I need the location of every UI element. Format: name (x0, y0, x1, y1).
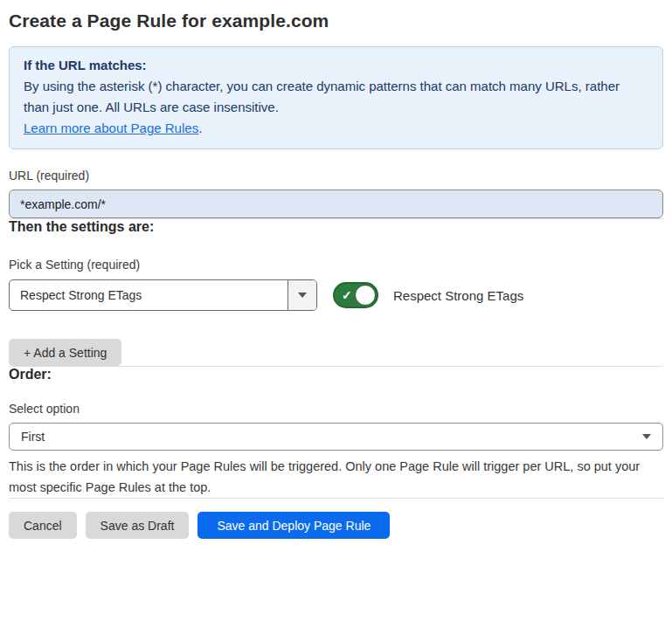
pick-setting-label: Pick a Setting (required) (9, 257, 663, 272)
order-select-value: First (21, 430, 45, 444)
setting-row: Respect Strong ETags ✓ Respect Strong ET… (9, 279, 663, 311)
toggle-knob (355, 285, 376, 306)
order-section-heading: Order: (9, 367, 663, 382)
url-input[interactable] (9, 189, 663, 218)
settings-section-heading: Then the settings are: (9, 219, 663, 235)
setting-select-arrow-button[interactable] (288, 280, 316, 310)
url-field-label: URL (required) (9, 168, 663, 183)
url-matches-info-box: If the URL matches: By using the asteris… (9, 46, 663, 149)
footer-divider (9, 498, 663, 499)
setting-toggle-label: Respect Strong ETags (393, 288, 523, 303)
order-select-label: Select option (9, 401, 663, 417)
add-setting-button[interactable]: + Add a Setting (9, 339, 121, 366)
learn-more-link[interactable]: Learn more about Page Rules (24, 121, 198, 135)
setting-select-value: Respect Strong ETags (10, 280, 288, 310)
order-select[interactable]: First (9, 423, 663, 451)
info-box-heading: If the URL matches: (24, 55, 648, 76)
footer-actions: Cancel Save as Draft Save and Deploy Pag… (9, 512, 663, 539)
link-period: . (198, 121, 202, 135)
chevron-down-icon (642, 434, 651, 439)
info-box-link-line: Learn more about Page Rules. (24, 118, 648, 139)
order-help-text: This is the order in which your Page Rul… (9, 456, 663, 498)
cancel-button[interactable]: Cancel (9, 512, 77, 539)
save-as-draft-button[interactable]: Save as Draft (86, 512, 190, 539)
page-title: Create a Page Rule for example.com (9, 9, 663, 33)
create-page-rule-panel: Create a Page Rule for example.com If th… (0, 9, 672, 539)
save-and-deploy-button[interactable]: Save and Deploy Page Rule (197, 512, 390, 539)
check-icon: ✓ (342, 289, 352, 301)
chevron-down-icon (298, 293, 307, 298)
setting-toggle[interactable]: ✓ (333, 282, 378, 308)
info-box-body: By using the asterisk (*) character, you… (24, 76, 648, 118)
setting-select[interactable]: Respect Strong ETags (9, 279, 317, 311)
